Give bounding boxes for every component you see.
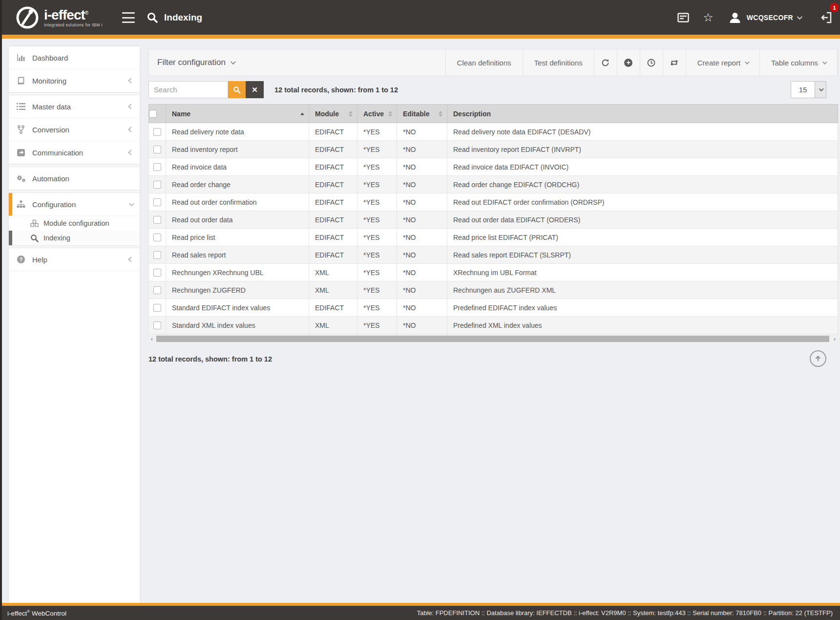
i-effect-logo-icon: [15, 5, 40, 30]
table-row[interactable]: Read price list EDIFACT *YES *NO Read pr…: [149, 229, 838, 246]
scroll-top-button[interactable]: [810, 350, 826, 367]
user-icon[interactable]: [728, 11, 742, 24]
search-input[interactable]: [148, 81, 228, 98]
table-columns-dropdown[interactable]: Table columns: [759, 49, 838, 76]
cell-name: Read delivery note data: [166, 123, 309, 141]
cell-description: Predefined XML index values: [447, 317, 838, 334]
cell-description: Read inventory report EDIFACT (INVRPT): [447, 141, 838, 158]
column-header-name[interactable]: Name: [166, 105, 309, 123]
star-icon[interactable]: ☆: [703, 12, 714, 23]
table-row[interactable]: Read out order confirmation EDIFACT *YES…: [149, 193, 838, 211]
row-checkbox[interactable]: [153, 198, 161, 206]
table-row[interactable]: Read order change EDIFACT *YES *NO Read …: [149, 176, 838, 193]
clean-definitions-button[interactable]: Clean definitions: [445, 49, 523, 76]
table-row[interactable]: Read delivery note data EDIFACT *YES *NO…: [149, 123, 838, 141]
row-checkbox[interactable]: [153, 269, 161, 277]
clear-search-button[interactable]: ✕: [246, 81, 264, 98]
cell-active: *YES: [357, 211, 397, 229]
cell-editable: *NO: [397, 123, 447, 141]
user-menu-chevron-down-icon[interactable]: [797, 14, 802, 19]
table-row[interactable]: Standard XML index values XML *YES *NO P…: [149, 317, 838, 334]
select-all-checkbox[interactable]: [149, 110, 157, 118]
sort-icon[interactable]: [439, 111, 442, 117]
cell-active: *YES: [357, 281, 397, 299]
row-checkbox[interactable]: [153, 163, 161, 171]
sidebar-item-conversion[interactable]: Conversion: [9, 118, 140, 141]
table-row[interactable]: Standard EDIFACT index values EDIFACT *Y…: [149, 299, 838, 317]
cell-active: *YES: [357, 123, 397, 141]
notification-badge[interactable]: 1: [830, 3, 839, 12]
filter-configuration-dropdown[interactable]: Filter configuration: [149, 49, 234, 76]
server-icon[interactable]: [677, 13, 689, 22]
row-checkbox[interactable]: [153, 286, 161, 294]
test-definitions-button[interactable]: Test definitions: [523, 49, 594, 76]
sort-icon[interactable]: [388, 111, 392, 117]
page-size-value: 15: [791, 82, 815, 98]
sidebar-item-dashboard[interactable]: Dashboard: [9, 46, 140, 69]
create-report-dropdown[interactable]: Create report: [686, 49, 759, 76]
menu-hamburger-icon[interactable]: [122, 12, 135, 23]
logout-icon[interactable]: [820, 11, 833, 24]
cell-active: *YES: [357, 264, 397, 281]
chevron-left-icon: [128, 78, 133, 83]
cell-active: *YES: [357, 317, 397, 334]
table-row[interactable]: Rechnungen XRechnung UBL XML *YES *NO XR…: [149, 264, 838, 281]
cell-editable: *NO: [397, 264, 447, 281]
sitemap-icon: [16, 199, 26, 209]
row-checkbox[interactable]: [153, 181, 161, 189]
brand-name: i-effect: [44, 7, 85, 22]
filter-configuration-label: Filter configuration: [157, 58, 226, 67]
sidebar-item-module-configuration[interactable]: Module configuration: [9, 216, 140, 231]
cell-module: EDIFACT: [309, 246, 357, 264]
row-checkbox[interactable]: [153, 234, 161, 241]
cubes-icon: [30, 219, 39, 228]
sort-ascending-icon[interactable]: [300, 112, 304, 115]
sidebar-item-monitoring[interactable]: Monitoring: [9, 69, 140, 92]
column-header-active[interactable]: Active: [357, 105, 397, 123]
sidebar-item-automation[interactable]: Automation: [9, 167, 140, 190]
sidebar-item-indexing[interactable]: Indexing: [9, 231, 140, 245]
sidebar: Dashboard Monitoring Master data Convers…: [9, 46, 140, 603]
username[interactable]: WCQSECOFR: [747, 14, 793, 21]
sidebar-item-help[interactable]: ? Help: [9, 248, 140, 271]
sidebar-item-label: Configuration: [32, 200, 129, 209]
hscroll-left-arrow-icon[interactable]: ‹: [148, 335, 155, 342]
footer-brand: i-effect® WebControl: [7, 609, 66, 617]
row-checkbox[interactable]: [153, 251, 161, 259]
row-checkbox[interactable]: [153, 321, 161, 329]
cell-editable: *NO: [397, 317, 447, 334]
add-button[interactable]: +: [617, 49, 640, 76]
sidebar-item-configuration[interactable]: Configuration: [9, 193, 140, 216]
column-header-module[interactable]: Module: [309, 105, 357, 123]
sidebar-item-label: Monitoring: [32, 77, 129, 85]
cell-module: EDIFACT: [309, 229, 357, 246]
row-checkbox[interactable]: [153, 304, 161, 312]
sidebar-item-communication[interactable]: Communication: [9, 141, 140, 164]
table-row[interactable]: Rechnungen ZUGFERD XML *YES *NO Rechnung…: [149, 281, 838, 299]
column-header-description[interactable]: Description: [447, 105, 838, 123]
refresh-button[interactable]: [594, 49, 617, 76]
sidebar-item-master-data[interactable]: Master data: [9, 95, 140, 118]
schedule-button[interactable]: [640, 49, 663, 76]
page-size-select[interactable]: 15: [791, 81, 826, 98]
table-row[interactable]: Read sales report EDIFACT *YES *NO Read …: [149, 246, 838, 264]
row-checkbox[interactable]: [153, 216, 161, 224]
row-checkbox[interactable]: [153, 146, 161, 153]
search-button[interactable]: [228, 81, 246, 98]
reprocess-button[interactable]: [663, 49, 686, 76]
column-header-editable[interactable]: Editable: [397, 105, 447, 123]
horizontal-scrollbar[interactable]: ‹ ›: [148, 335, 838, 342]
cell-name: Read sales report: [166, 246, 309, 264]
table-row[interactable]: Read out order data EDIFACT *YES *NO Rea…: [149, 211, 838, 229]
cell-editable: *NO: [397, 229, 447, 246]
hscroll-right-arrow-icon[interactable]: ›: [831, 335, 838, 342]
cell-name: Read invoice data: [166, 158, 309, 176]
hscroll-thumb[interactable]: [156, 336, 829, 342]
chevron-left-icon: [128, 150, 133, 155]
sort-icon[interactable]: [349, 111, 353, 117]
cell-active: *YES: [357, 158, 397, 176]
row-checkbox[interactable]: [153, 128, 161, 136]
table-row[interactable]: Read inventory report EDIFACT *YES *NO R…: [149, 141, 838, 158]
brand-logo[interactable]: i-effect® integrated solutions for IBM i: [15, 5, 103, 30]
table-row[interactable]: Read invoice data EDIFACT *YES *NO Read …: [149, 158, 838, 176]
